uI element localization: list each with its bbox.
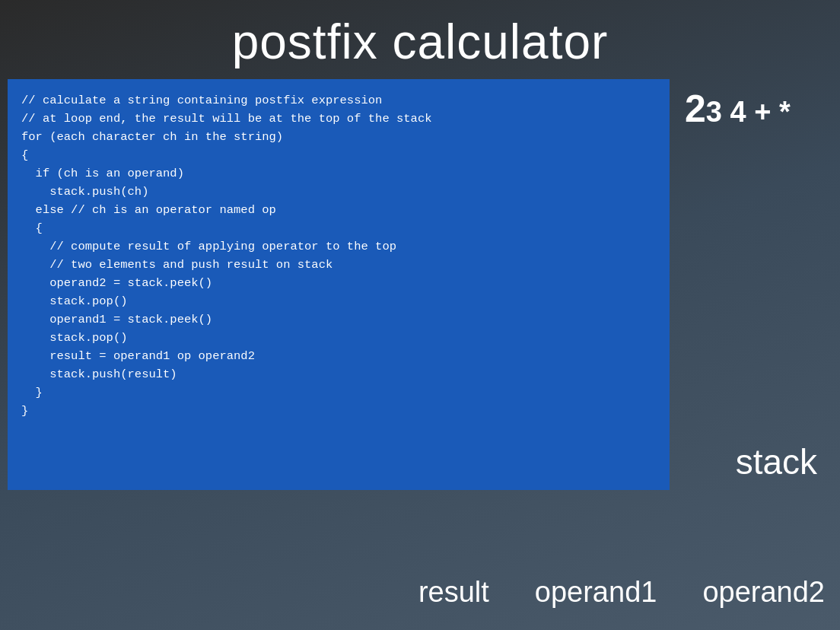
expression-display: 23 4 + *	[685, 79, 817, 131]
operand1-label: operand1	[535, 576, 657, 609]
expression-highlighted: 2	[685, 88, 706, 130]
bottom-labels: result operand1 operand2	[0, 576, 840, 609]
stack-label: stack	[685, 441, 817, 490]
result-label: result	[418, 576, 489, 609]
code-block: // calculate a string containing postfix…	[8, 79, 670, 490]
page-title: postfix calculator	[0, 0, 840, 79]
operand2-label: operand2	[702, 576, 825, 609]
code-text: // calculate a string containing postfix…	[21, 91, 656, 420]
main-content: // calculate a string containing postfix…	[0, 79, 840, 490]
expression-rest: 3 4 + *	[706, 96, 791, 128]
right-panel: 23 4 + * stack	[670, 79, 832, 490]
